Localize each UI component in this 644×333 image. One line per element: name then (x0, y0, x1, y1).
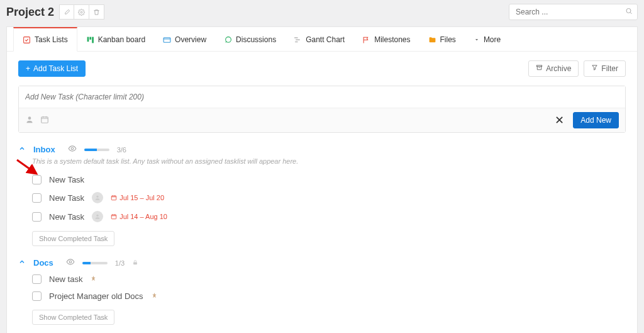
new-task-box: ✕ Add New (18, 86, 626, 133)
svg-rect-7 (294, 37, 297, 38)
task-counter: 1/3 (115, 259, 125, 267)
avatar[interactable] (92, 192, 103, 203)
search-input[interactable] (509, 4, 638, 20)
pin-icon[interactable] (151, 291, 158, 301)
discussions-icon (224, 36, 232, 44)
chevron-up-icon[interactable] (18, 258, 26, 268)
plus-icon: + (26, 64, 30, 73)
button-label: Add Task List (33, 64, 78, 73)
filter-button[interactable]: Filter (584, 60, 626, 77)
tab-milestones[interactable]: Milestones (353, 27, 419, 51)
tab-bar: Task Lists Kanban board Overview Discuss… (7, 27, 637, 52)
task-checkbox[interactable] (32, 291, 42, 301)
task-list-inbox: Inbox 3/6 This is a system default task … (18, 144, 626, 246)
avatar[interactable] (92, 211, 103, 222)
tab-label: Overview (175, 35, 206, 44)
show-completed-button[interactable]: Show Completed Task (32, 310, 114, 325)
task-row: New task (32, 271, 626, 288)
task-text[interactable]: New Task (49, 193, 84, 203)
svg-point-18 (69, 261, 72, 263)
task-row: New Task Jul 14 – Aug 10 (32, 207, 626, 226)
task-text[interactable]: Project Manager old Docs (49, 291, 143, 301)
task-checkbox[interactable] (32, 274, 42, 284)
overview-icon (163, 36, 171, 44)
new-task-input[interactable] (19, 86, 625, 108)
chevron-up-icon[interactable] (18, 145, 26, 154)
archive-icon (536, 64, 543, 73)
edit-icon[interactable] (59, 4, 74, 20)
calendar-icon (111, 213, 117, 220)
svg-rect-5 (92, 37, 94, 43)
svg-rect-17 (111, 215, 116, 219)
tab-label: Task Lists (35, 35, 68, 44)
user-icon[interactable] (25, 115, 34, 126)
svg-rect-10 (537, 65, 542, 67)
tab-label: Milestones (374, 35, 410, 44)
tab-files[interactable]: Files (419, 27, 465, 51)
svg-rect-3 (87, 37, 89, 42)
tab-label: Kanban board (98, 35, 145, 44)
progress-bar (84, 149, 109, 151)
files-icon (428, 36, 436, 44)
archive-button[interactable]: Archive (528, 60, 579, 77)
tab-gantt-chart[interactable]: Gantt Chart (285, 27, 353, 51)
task-row: Project Manager old Docs (32, 288, 626, 305)
close-icon[interactable]: ✕ (555, 113, 564, 127)
svg-point-0 (80, 11, 82, 13)
task-checkbox[interactable] (32, 193, 42, 203)
tab-label: Files (440, 35, 456, 44)
task-counter: 3/6 (117, 146, 126, 154)
gear-icon[interactable] (74, 4, 89, 20)
gantt-icon (294, 36, 302, 44)
svg-point-13 (71, 147, 74, 150)
show-completed-button[interactable]: Show Completed Task (32, 231, 114, 246)
chevron-down-icon (474, 37, 480, 43)
svg-point-14 (96, 196, 98, 198)
svg-rect-2 (24, 37, 30, 43)
task-row: New Task Jul 15 – Jul 20 (32, 188, 626, 207)
calendar-icon[interactable] (40, 115, 49, 126)
kanban-icon (86, 36, 94, 44)
svg-rect-6 (164, 37, 170, 42)
project-actions (59, 4, 104, 20)
tab-overview[interactable]: Overview (154, 27, 215, 51)
search-wrap (509, 4, 638, 20)
add-new-button[interactable]: Add New (573, 112, 619, 128)
tab-label: More (484, 35, 501, 44)
task-checkbox[interactable] (32, 175, 42, 184)
task-checkbox[interactable] (32, 212, 42, 222)
button-label: Filter (601, 64, 618, 73)
task-text[interactable]: New Task (49, 212, 84, 222)
svg-rect-15 (111, 196, 116, 200)
milestones-icon (362, 36, 370, 44)
progress-bar (82, 262, 108, 264)
tab-discussions[interactable]: Discussions (215, 27, 285, 51)
calendar-icon (111, 195, 117, 201)
task-row: New Task (32, 171, 626, 188)
task-list-docs: Docs 1/3 New task Project Manager old Do… (18, 257, 626, 333)
task-text[interactable]: New task (49, 274, 82, 284)
pin-icon[interactable] (90, 274, 97, 284)
task-text[interactable]: New Task (49, 175, 84, 184)
list-title[interactable]: Inbox (33, 145, 55, 154)
add-task-list-button[interactable]: + Add Task List (18, 60, 86, 77)
svg-rect-12 (42, 116, 48, 122)
eye-icon[interactable] (68, 144, 77, 155)
tab-kanban-board[interactable]: Kanban board (77, 27, 154, 51)
tab-label: Gantt Chart (306, 35, 345, 44)
list-title[interactable]: Docs (33, 258, 53, 268)
svg-point-16 (96, 215, 98, 217)
filter-icon (591, 64, 598, 73)
delete-icon[interactable] (89, 4, 104, 20)
tab-task-lists[interactable]: Task Lists (13, 27, 77, 52)
eye-icon[interactable] (66, 257, 75, 268)
svg-rect-9 (295, 41, 297, 42)
task-date: Jul 14 – Aug 10 (111, 213, 167, 220)
tab-more[interactable]: More (465, 27, 509, 51)
page-title: Project 2 (6, 6, 54, 19)
tab-label: Discussions (236, 35, 276, 44)
button-label: Archive (546, 64, 571, 73)
svg-rect-8 (296, 39, 300, 40)
task-date: Jul 15 – Jul 20 (111, 194, 164, 201)
lock-icon (132, 259, 138, 267)
